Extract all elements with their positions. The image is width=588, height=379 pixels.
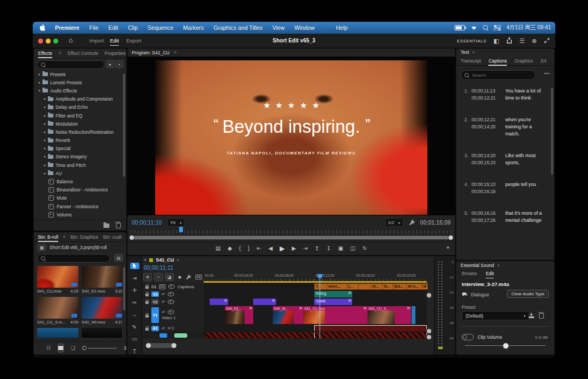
effects-tree-item[interactable]: ▸Amplitude and Compression: [34, 95, 126, 103]
tab-captions[interactable]: Captions: [488, 58, 507, 64]
v-scroll-knob-top[interactable]: [426, 292, 432, 299]
play-icon[interactable]: ▶: [280, 245, 285, 252]
audio-type-label[interactable]: Dialogue: [471, 292, 489, 297]
export-frame-icon[interactable]: ▣: [338, 246, 343, 251]
expander-icon[interactable]: ▸: [42, 105, 47, 109]
caption-text[interactable]: Like with most sports,: [505, 152, 547, 166]
effects-tree-item[interactable]: Mute: [34, 194, 126, 202]
program-playhead[interactable]: [179, 227, 183, 232]
effects-scrollbar[interactable]: [123, 73, 125, 177]
tab-transcript[interactable]: Transcript: [461, 58, 481, 64]
captions-track-body[interactable]: Y...when...L...th...th...But...At le...W: [204, 283, 427, 290]
sync-lock-icon[interactable]: ⇄: [162, 326, 165, 331]
video-clip[interactable]: S41_CU.movfx: [303, 306, 367, 324]
add-marker-icon[interactable]: ▤: [216, 246, 220, 251]
tab-properties[interactable]: Properties: [105, 51, 126, 56]
step-back-icon[interactable]: ◀: [268, 246, 273, 251]
tab-overflow[interactable]: S4: [541, 58, 546, 64]
audio-effects-badge-icon[interactable]: ▪: [115, 60, 124, 68]
panel-menu-icon[interactable]: ≡: [473, 50, 475, 55]
eye-icon[interactable]: [168, 300, 174, 304]
effects-tree-item[interactable]: ▸Special: [34, 145, 126, 153]
effects-tree-item[interactable]: ▸Stereo Imagery: [34, 153, 126, 161]
apple-menu-icon[interactable]: [39, 24, 45, 32]
v2-track-header[interactable]: V2 ⇄: [142, 298, 206, 306]
h-scroll-knob-right[interactable]: [171, 343, 176, 348]
caption-row[interactable]: 3.00;00;14;2000;00;15;23Like with most s…: [456, 152, 551, 166]
panel-menu-icon[interactable]: ≡: [174, 50, 176, 55]
razor-tool[interactable]: ✂: [130, 300, 139, 306]
workspaces-icon[interactable]: ◧: [494, 38, 499, 45]
effects-tree-item[interactable]: Binauralizer - Ambisonics: [34, 186, 126, 194]
clear-audio-type-button[interactable]: Clear Audio Type: [507, 290, 549, 298]
linked-selection-icon[interactable]: ◪: [165, 273, 174, 281]
effects-tree-item[interactable]: ▸Delay and Echo: [34, 103, 126, 111]
settings-wrench-icon[interactable]: [409, 220, 415, 226]
lock-icon[interactable]: [145, 294, 149, 296]
effects-search[interactable]: [37, 60, 105, 69]
more-options-icon[interactable]: •••: [544, 71, 550, 75]
caption-row[interactable]: 4.00;00;15;2300;00;16;16people tell you: [456, 181, 551, 195]
battery-icon[interactable]: [455, 25, 465, 30]
bin-scrollbar[interactable]: [123, 267, 125, 310]
lock-icon[interactable]: [145, 286, 149, 289]
video-clip-sliver[interactable]: [412, 306, 415, 324]
go-to-out-icon[interactable]: ⇥: [303, 246, 308, 251]
effects-tree-item[interactable]: ▸AU: [34, 169, 126, 177]
menu-premiere[interactable]: Premiere: [55, 24, 79, 31]
clip-thumbnail[interactable]: [37, 297, 78, 319]
menu-file[interactable]: File: [89, 24, 99, 31]
v3-track-body[interactable]: Ratingfx: [204, 290, 427, 298]
effects-tree-item[interactable]: ▸Filter and EQ: [34, 111, 126, 120]
scrollbar-knob-left[interactable]: [130, 235, 134, 240]
loop-icon[interactable]: ↻: [363, 246, 367, 251]
v3-badge[interactable]: V3: [151, 291, 159, 297]
menu-graphics-and-titles[interactable]: Graphics and Titles: [213, 24, 262, 31]
share-icon[interactable]: [506, 37, 512, 45]
bin-item[interactable]: S40_E2.mov3:28: [82, 266, 122, 294]
captions-cc-icon[interactable]: CC: [195, 275, 202, 279]
v1-badge[interactable]: V1: [151, 307, 159, 323]
v3-track-header[interactable]: V3 ⇄: [142, 290, 206, 298]
pen-tool[interactable]: ✎: [130, 324, 139, 331]
menu-help[interactable]: Help: [336, 22, 348, 34]
clip-name[interactable]: S40_Wf.mov: [82, 320, 105, 325]
a1-track-body[interactable]: [204, 325, 427, 332]
snap-icon[interactable]: ∩: [154, 273, 163, 281]
comparison-view-icon[interactable]: ◫: [350, 246, 355, 251]
captions-search-input[interactable]: [471, 72, 532, 78]
delete-preset-icon[interactable]: [539, 313, 544, 319]
program-label[interactable]: Program: S41_CU: [132, 50, 169, 55]
bin-path[interactable]: Short Edit v65_3.prproj\B-roll: [50, 245, 107, 250]
clip-thumbnail-partial[interactable]: [37, 328, 78, 338]
mark-in-icon[interactable]: {: [239, 246, 241, 251]
caption-text[interactable]: You have a lot of time to think: [505, 88, 547, 102]
effects-tree-item[interactable]: ▸Noise Reduction/Restoration: [34, 128, 126, 136]
bin-item[interactable]: S41_CU.mov4:29: [37, 266, 78, 294]
h-scroll-knob-left[interactable]: [146, 343, 151, 348]
clip-name[interactable]: S41_CU_9.m...: [37, 320, 65, 325]
timeline-playhead-line[interactable]: [320, 277, 320, 339]
panel-menu-icon[interactable]: ≡: [63, 234, 66, 239]
effects-tree-item[interactable]: ▸Modulation: [34, 120, 126, 128]
expander-icon[interactable]: ▸: [42, 154, 47, 159]
freeform-view-icon[interactable]: ❏: [71, 345, 75, 351]
bin-search-input[interactable]: [47, 256, 106, 262]
marker-icon[interactable]: ◆: [228, 246, 232, 251]
effects-tree-item[interactable]: ▸Presets: [34, 70, 126, 78]
list-view-icon[interactable]: ☷: [46, 345, 51, 351]
sequence-tab[interactable]: × S41_CU ≡: [144, 257, 179, 263]
slider-knob[interactable]: [503, 343, 509, 349]
menu-clip[interactable]: Clip: [128, 24, 138, 31]
program-timecode[interactable]: 00;00;11;10: [132, 220, 162, 226]
captions-search[interactable]: [461, 70, 536, 80]
tab-browse[interactable]: Browse: [462, 271, 477, 276]
type-tool[interactable]: T: [130, 349, 139, 355]
expander-icon[interactable]: ▸: [37, 72, 42, 77]
eye-icon[interactable]: [168, 292, 174, 296]
expander-icon[interactable]: ▸: [42, 122, 47, 126]
expander-icon[interactable]: ▸: [42, 171, 47, 176]
expander-icon[interactable]: ▸: [42, 163, 47, 167]
tab-bin-broll[interactable]: Bin: B-roll: [38, 234, 58, 240]
clip-thumbnail[interactable]: [82, 266, 122, 288]
